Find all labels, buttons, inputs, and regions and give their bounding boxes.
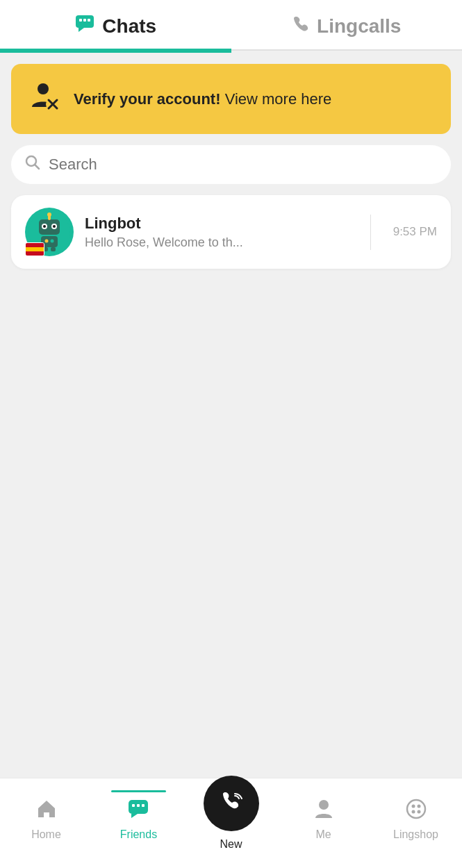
search-bar[interactable]	[11, 145, 451, 184]
avatar-lingbot	[25, 208, 74, 256]
nav-home[interactable]: Home	[0, 799, 92, 841]
tab-lingcalls-label: Lingcalls	[317, 15, 401, 37]
verify-account-icon	[28, 79, 61, 119]
tab-chats[interactable]: Chats	[0, 0, 231, 49]
nav-me[interactable]: Me	[277, 799, 370, 841]
notification-link[interactable]: View more here	[225, 90, 332, 108]
svg-point-30	[407, 800, 425, 818]
chat-info-lingbot: Lingbot Hello Rose, Welcome to th...	[85, 215, 371, 250]
nav-new-button[interactable]	[204, 776, 259, 831]
svg-point-15	[43, 225, 46, 228]
svg-rect-28	[142, 804, 145, 807]
nav-lingshop[interactable]: Lingshop	[370, 799, 462, 841]
nav-lingshop-label: Lingshop	[393, 828, 438, 841]
svg-rect-26	[132, 804, 135, 807]
phone-wave-icon	[220, 789, 243, 817]
svg-point-34	[417, 810, 420, 814]
chat-time-lingbot: 9:53 PM	[382, 225, 437, 239]
chat-icon	[74, 14, 95, 38]
svg-rect-2	[79, 19, 82, 22]
person-icon	[314, 799, 333, 824]
svg-marker-1	[79, 28, 84, 32]
notification-bold: Verify your account!	[74, 90, 221, 108]
svg-marker-25	[131, 814, 138, 818]
nav-friends-label: Friends	[120, 828, 157, 841]
nav-me-label: Me	[315, 828, 331, 841]
svg-rect-3	[83, 19, 86, 22]
bottom-nav: Home Friends New	[0, 778, 462, 868]
svg-point-18	[47, 212, 51, 217]
svg-rect-27	[137, 804, 140, 807]
spain-flag-badge	[25, 242, 44, 256]
chat-item-lingbot[interactable]: Lingbot Hello Rose, Welcome to th... 9:5…	[11, 195, 451, 269]
chat-list: Lingbot Hello Rose, Welcome to th... 9:5…	[11, 195, 451, 269]
svg-rect-23	[51, 247, 56, 251]
nav-friends[interactable]: Friends	[92, 799, 185, 841]
tab-active-indicator	[0, 51, 231, 53]
notification-text: Verify your account! View more here	[74, 90, 331, 108]
phone-icon	[292, 15, 310, 37]
svg-line-10	[35, 165, 39, 169]
search-icon	[25, 155, 40, 174]
shop-icon	[406, 799, 427, 824]
home-icon	[36, 799, 57, 824]
svg-point-21	[51, 240, 54, 243]
nav-new-label: New	[220, 838, 242, 851]
svg-point-16	[53, 225, 56, 228]
header-tabs: Chats Lingcalls	[0, 0, 462, 51]
svg-rect-4	[88, 19, 90, 22]
nav-new[interactable]: New	[185, 790, 277, 851]
nav-home-label: Home	[31, 828, 61, 841]
svg-point-31	[411, 805, 415, 808]
svg-point-32	[417, 805, 420, 808]
friends-icon	[127, 799, 151, 824]
chat-preview-lingbot: Hello Rose, Welcome to th...	[85, 235, 359, 250]
notification-banner[interactable]: Verify your account! View more here	[11, 64, 451, 134]
tab-lingcalls[interactable]: Lingcalls	[231, 0, 463, 49]
svg-point-29	[319, 800, 329, 810]
chat-name-lingbot: Lingbot	[85, 215, 359, 233]
search-input[interactable]	[49, 156, 437, 174]
tab-chats-label: Chats	[102, 15, 156, 37]
svg-point-5	[38, 83, 49, 94]
svg-point-20	[45, 240, 49, 243]
svg-point-33	[411, 810, 415, 814]
